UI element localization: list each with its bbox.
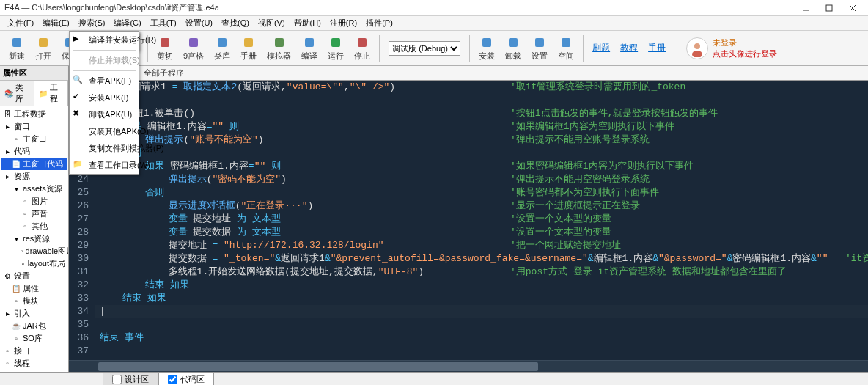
code-line[interactable]: 29 提交地址 = "http://172.16.32.128/login"'把…	[69, 239, 868, 252]
toolbar-编译[interactable]: 编译	[297, 34, 322, 63]
menu-item[interactable]: 注册(R)	[326, 16, 361, 30]
tab-design[interactable]: 设计区	[103, 373, 158, 386]
code-line[interactable]: 20 如果 编辑框1.内容="" 则'如果编辑框1内容为空则执行以下事件	[69, 120, 868, 133]
menu-item[interactable]: 编译(C)	[109, 16, 145, 30]
toolbar-空间[interactable]: 空间	[553, 34, 578, 63]
code-line[interactable]: 35	[69, 318, 868, 331]
tree-icon: ▫	[12, 334, 21, 343]
code-line[interactable]: 28 变量 提交数据 为 文本型'设置一个文本型的变量	[69, 226, 868, 239]
login-area[interactable]: 未登录点击头像进行登录	[686, 37, 777, 59]
tree-item[interactable]: ▫主窗口	[1, 133, 67, 145]
tree-item[interactable]: ▫drawable图片	[1, 245, 67, 257]
minimize-button[interactable]	[795, 1, 817, 15]
tree-item[interactable]: ▫layout布局	[1, 257, 67, 270]
tree-item[interactable]: ▸窗口	[1, 120, 67, 133]
toolbar-9宫格[interactable]: 9宫格	[179, 34, 208, 63]
tree-item[interactable]: ▫线程	[1, 357, 67, 370]
svg-rect-19	[535, 38, 544, 47]
tree-item[interactable]: ▾res资源	[1, 232, 67, 245]
code-line[interactable]: 30 提交数据 = "_token="&返回请求1&"&prevent_auto…	[69, 252, 868, 265]
avatar[interactable]	[686, 37, 708, 59]
line-number: 29	[69, 239, 95, 252]
code-line[interactable]: 25 否则'账号密码都不为空则执行下面事件	[69, 186, 868, 199]
tree-icon: ▫	[3, 372, 12, 373]
code-line[interactable]: 24 弹出提示("密码不能为空")'弹出提示不能用空密码登录系统	[69, 173, 868, 186]
tree-item[interactable]: ▫SO库	[1, 332, 67, 345]
menu-item[interactable]: 帮助(H)	[290, 16, 326, 30]
menu-item[interactable]: 插件(P)	[361, 16, 397, 30]
toolbar-新建[interactable]: 新建	[4, 34, 29, 63]
close-button[interactable]	[842, 1, 864, 15]
code-line[interactable]: 36结束 事件	[69, 331, 868, 345]
tree-item[interactable]: ▸代码	[1, 145, 67, 158]
design-check[interactable]	[112, 375, 122, 384]
tree-item[interactable]: 🗄工程数据	[1, 108, 67, 120]
menu-item[interactable]: 安装其他APK(O)	[70, 123, 139, 140]
code-check[interactable]	[168, 375, 177, 384]
toolbar-停止[interactable]: 停止	[350, 34, 375, 63]
link-刷题[interactable]: 刷题	[588, 42, 614, 54]
menu-item[interactable]: 🔍查看APK(F)	[70, 73, 139, 89]
tree-item[interactable]: ⚙设置	[1, 270, 67, 282]
tab-classes[interactable]: 📚类库	[0, 81, 34, 106]
code-line[interactable]: 32 结束 如果	[69, 279, 868, 292]
menu-item[interactable]: 视图(V)	[254, 16, 290, 30]
tree-item[interactable]: ▸引入	[1, 307, 67, 320]
menu-item[interactable]: 📁查看工作目录(W)	[70, 157, 139, 174]
menu-item[interactable]: ✖卸载APK(U)	[70, 106, 139, 123]
code-line[interactable]: 37	[69, 345, 868, 358]
menu-item[interactable]: ✔安装APK(I)	[70, 89, 139, 106]
menu-item[interactable]: 查找(Q)	[217, 16, 254, 30]
h-scrollbar[interactable]	[69, 360, 868, 372]
code-line[interactable]: 21 弹出提示("账号不能为空")'弹出提示不能用空账号登录系统	[69, 133, 868, 147]
toolbar-手册[interactable]: 手册	[236, 34, 261, 63]
tree-item[interactable]: ▫声音	[1, 208, 67, 220]
toolbar-卸载[interactable]: 卸载	[501, 34, 526, 63]
link-教程[interactable]: 教程	[616, 42, 642, 54]
toolbar-安装[interactable]: 安装	[474, 34, 499, 63]
menu-item[interactable]: ▶编译并安装运行(R)	[70, 32, 139, 48]
tree-item[interactable]: 📋属性	[1, 282, 67, 295]
toolbar-类库[interactable]: 类库	[210, 34, 235, 63]
tree-item[interactable]: ▫模块	[1, 295, 67, 307]
link-手册[interactable]: 手册	[644, 42, 670, 54]
tree-item[interactable]: ▫接口	[1, 345, 67, 357]
tree-item[interactable]: ▸资源	[1, 170, 67, 183]
code-area[interactable]: 返回请求1 = 取指定文本2(返回请求,"value=\"","\" />")'…	[69, 81, 868, 360]
tree-item[interactable]: ▫其他	[1, 220, 67, 232]
code-line[interactable]: 27 变量 提交地址 为 文本型'设置一个文本型的变量	[69, 213, 868, 226]
svg-rect-12	[244, 38, 253, 47]
tree-item[interactable]: ▾assets资源	[1, 183, 67, 195]
toolbar-打开[interactable]: 打开	[31, 34, 56, 63]
tree-item[interactable]: ▫图片	[1, 195, 67, 208]
code-line[interactable]: 26 显示进度对话框("正在登录···")'显示一个进度框提示正在登录	[69, 199, 868, 213]
tree-item[interactable]: ▫服务	[1, 370, 67, 372]
code-line[interactable]: 34	[69, 305, 868, 318]
menu-item[interactable]: 文件(F)	[3, 16, 38, 30]
menu-item[interactable]: 复制文件到模拟器(P)	[70, 140, 139, 157]
code-line[interactable]: 22 否则	[69, 147, 868, 160]
breadcrumb[interactable]: 全部子程序	[139, 66, 868, 81]
editor: ⚙编译(C)▶编译并安装运行(R)停止并卸载(S)🔍查看APK(F)✔安装APK…	[69, 66, 868, 372]
build-mode-select[interactable]: 调试版 (Debug)	[389, 41, 460, 56]
tree-item[interactable]: ☕JAR包	[1, 320, 67, 332]
toolbar-模拟器[interactable]: 模拟器	[262, 34, 295, 63]
code-line[interactable]: 31 多线程1.开始发送网络数据(提交地址,提交数据,"UTF-8")'用pos…	[69, 265, 868, 279]
toolbar-运行[interactable]: 运行	[323, 34, 348, 63]
tab-project[interactable]: 📁工程	[34, 81, 69, 106]
code-line[interactable]: 33 结束 如果	[69, 292, 868, 305]
code-line[interactable]: 束 事件	[69, 94, 868, 107]
tab-code[interactable]: 代码区	[158, 373, 214, 386]
code-line[interactable]: 19事件 按钮1.被单击()'按钮1点击触发的事件,就是登录按钮触发的事件	[69, 107, 868, 120]
toolbar-设置[interactable]: 设置	[527, 34, 552, 63]
tree-item[interactable]: 📄主窗口代码	[1, 158, 67, 170]
menu-item[interactable]: 工具(T)	[146, 16, 181, 30]
code-line[interactable]: 23 如果 密码编辑框1.内容="" 则'如果密码编辑框1内容为空则执行以下事件	[69, 160, 868, 173]
menu-item[interactable]: 设置(U)	[181, 16, 217, 30]
code-line[interactable]: 返回请求1 = 取指定文本2(返回请求,"value=\"","\" />")'…	[69, 81, 868, 94]
scroll-thumb[interactable]	[98, 362, 538, 371]
project-tree[interactable]: 🗄工程数据▸窗口▫主窗口▸代码📄主窗口代码▸资源▾assets资源▫图片▫声音▫…	[0, 106, 68, 372]
menu-item[interactable]: 编辑(E)	[38, 16, 74, 30]
menu-item[interactable]: 搜索(S)	[74, 16, 110, 30]
maximize-button[interactable]	[818, 1, 840, 15]
